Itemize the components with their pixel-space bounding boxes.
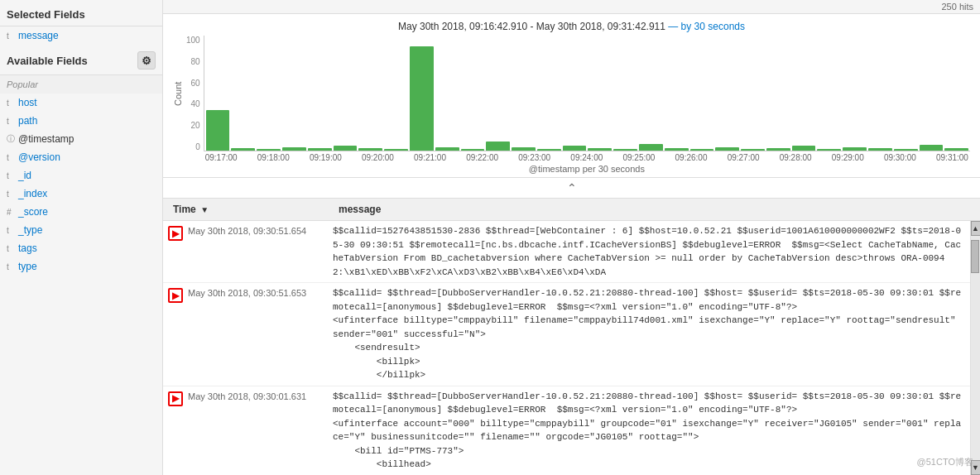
sidebar-item-host[interactable]: t host — [0, 94, 162, 112]
chart-bar — [384, 149, 408, 151]
count-badge: 250 hits — [163, 0, 980, 14]
field-name-host: host — [18, 97, 37, 108]
chart-bar — [690, 149, 714, 151]
chart-bar — [461, 149, 485, 151]
field-name-timestamp: @timestamp — [18, 133, 74, 145]
chart-bar — [512, 147, 536, 151]
chart-bar — [206, 110, 230, 151]
log-message-1: $$callid= $$thread=[DubboServerHandler-1… — [333, 286, 970, 382]
col-time-header[interactable]: Time ▼ — [173, 204, 339, 215]
chart-bar — [766, 148, 790, 151]
chart-bar — [282, 147, 306, 151]
log-message-2: $$callid= $$thread=[DubboServerHandler-1… — [333, 390, 970, 472]
chart-area: May 30th 2018, 09:16:42.910 - May 30th 2… — [163, 14, 980, 178]
expand-button-1[interactable]: ▶ — [168, 288, 183, 303]
chart-y-axis: 100 80 60 40 20 0 — [186, 36, 200, 151]
sidebar-item-type-field[interactable]: t _type — [0, 221, 162, 239]
selected-fields-title: Selected Fields — [0, 0, 162, 26]
gear-button[interactable]: ⚙ — [137, 51, 156, 70]
field-name-version: @version — [18, 151, 60, 163]
chart-bar — [894, 149, 918, 151]
chart-bar — [613, 149, 637, 151]
log-time-0: May 30th 2018, 09:30:51.654 — [188, 224, 333, 236]
field-name-type: type — [18, 261, 37, 272]
available-fields-title: Available Fields — [7, 55, 88, 67]
chart-bar — [537, 149, 561, 151]
chart-bar — [410, 46, 434, 151]
chart-bar — [741, 149, 765, 151]
chart-by-seconds-link[interactable]: — by 30 seconds — [668, 21, 745, 32]
log-time-2: May 30th 2018, 09:30:01.631 — [188, 390, 333, 401]
field-type-icon-tags: t — [7, 244, 15, 253]
scroll-track[interactable] — [971, 236, 981, 460]
field-name-type-field: _type — [18, 224, 42, 236]
field-type-icon-id: t — [7, 171, 15, 180]
count-text: 250 hits — [941, 2, 973, 12]
right-scrollbar[interactable]: ▲ ▼ — [970, 221, 980, 475]
log-row: ▶ May 30th 2018, 09:30:51.653 $$callid= … — [163, 283, 970, 386]
sidebar-item-path[interactable]: t path — [0, 112, 162, 130]
sidebar-item-version[interactable]: t @version — [0, 148, 162, 166]
field-type-icon-host: t — [7, 98, 15, 108]
sort-arrow: ▼ — [200, 205, 209, 214]
field-type-icon-type2: t — [7, 262, 15, 271]
sidebar-item-id[interactable]: t _id — [0, 166, 162, 185]
log-row: ▶ May 30th 2018, 09:30:51.654 $$callid=1… — [163, 221, 970, 283]
row-expander-2[interactable]: ▶ — [163, 390, 188, 406]
field-type-icon-type: t — [7, 226, 15, 235]
chart-x-title: @timestamp per 30 seconds — [204, 164, 970, 174]
chart-bar — [435, 147, 459, 151]
col-message-header: message — [339, 204, 970, 215]
chart-bar — [639, 144, 663, 151]
log-time-1: May 30th 2018, 09:30:51.653 — [188, 286, 333, 298]
selected-field-message[interactable]: t message — [0, 26, 162, 45]
chart-bar — [563, 146, 587, 151]
field-type-icon-score: # — [7, 208, 15, 217]
chart-bar — [920, 145, 944, 151]
chart-date-range: May 30th 2018, 09:16:42.910 - May 30th 2… — [398, 21, 665, 32]
chart-inner: 09:17:0009:18:0009:19:0009:20:0009:21:00… — [204, 36, 970, 174]
chart-bar — [257, 149, 281, 151]
sidebar-item-index[interactable]: t _index — [0, 185, 162, 203]
scroll-up-btn[interactable]: ▲ — [971, 221, 981, 236]
available-fields-header: Available Fields ⚙ — [0, 45, 162, 75]
chart-bar — [308, 148, 332, 151]
log-row: ▶ May 30th 2018, 09:30:01.631 $$callid= … — [163, 386, 970, 476]
expand-button-0[interactable]: ▶ — [168, 226, 183, 241]
chart-bar — [944, 148, 968, 151]
chart-bar — [843, 147, 867, 151]
chart-bar — [231, 148, 255, 151]
field-type-icon-timestamp: ⓘ — [7, 133, 15, 145]
sidebar-item-timestamp[interactable]: ⓘ @timestamp — [0, 130, 162, 148]
sidebar-item-tags[interactable]: t tags — [0, 239, 162, 257]
scroll-up-button[interactable]: ⌃ — [163, 178, 980, 199]
sidebar: Selected Fields t message Available Fiel… — [0, 0, 163, 475]
chart-bar — [792, 146, 816, 151]
sidebar-item-type[interactable]: t type — [0, 257, 162, 276]
field-type-icon: t — [7, 31, 15, 41]
chart-bar — [588, 148, 612, 151]
log-rows: ▶ May 30th 2018, 09:30:51.654 $$callid=1… — [163, 221, 970, 475]
results-container: ▶ May 30th 2018, 09:30:51.654 $$callid=1… — [163, 221, 980, 475]
field-type-icon-index: t — [7, 190, 15, 199]
chart-bar — [817, 149, 841, 151]
chart-bar — [486, 142, 510, 151]
chart-bars — [204, 36, 970, 151]
chart-bar — [665, 148, 689, 151]
results-header: Time ▼ message — [163, 199, 980, 221]
chart-bar — [358, 148, 382, 151]
field-type-icon-version: t — [7, 153, 15, 162]
row-expander-1[interactable]: ▶ — [163, 286, 188, 303]
row-expander-0[interactable]: ▶ — [163, 224, 188, 241]
chart-bar — [334, 146, 358, 151]
scroll-thumb[interactable] — [971, 240, 979, 273]
chart-x-labels: 09:17:0009:18:0009:19:0009:20:0009:21:00… — [204, 153, 970, 162]
results-main: ▶ May 30th 2018, 09:30:51.654 $$callid=1… — [163, 221, 970, 475]
sidebar-item-score[interactable]: # _score — [0, 203, 162, 221]
chart-bar — [868, 148, 892, 151]
main-content: 250 hits May 30th 2018, 09:16:42.910 - M… — [163, 0, 980, 475]
popular-label: Popular — [0, 75, 162, 94]
field-name-message: message — [18, 30, 59, 41]
log-message-0: $$callid=1527643851530-2836 $$thread=[We… — [333, 224, 970, 279]
expand-button-2[interactable]: ▶ — [168, 391, 183, 406]
